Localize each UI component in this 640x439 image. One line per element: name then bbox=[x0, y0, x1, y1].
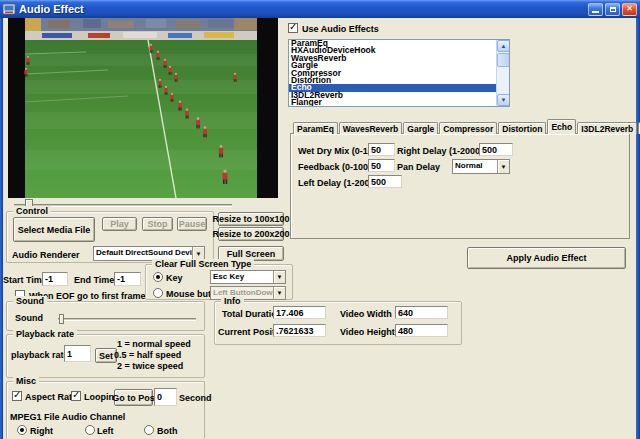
select-media-file-button[interactable]: Select Media File bbox=[13, 217, 95, 242]
second-label: Second bbox=[179, 393, 212, 403]
list-item[interactable]: WavesReverb bbox=[289, 55, 509, 62]
video-height-label: Video Height bbox=[340, 327, 395, 337]
channel-left-radio[interactable] bbox=[85, 425, 95, 435]
looping-checkbox[interactable] bbox=[71, 391, 81, 401]
chevron-down-icon[interactable]: ▼ bbox=[497, 160, 509, 173]
tab-wavesreverb[interactable]: WavesReverb bbox=[339, 122, 402, 134]
sound-group-label: Sound bbox=[13, 296, 47, 306]
effects-listbox[interactable]: ParamEq HXAudioDeviceHook WavesReverb Ga… bbox=[288, 39, 510, 107]
left-delay-input[interactable] bbox=[368, 175, 402, 188]
tab-echo[interactable]: Echo bbox=[547, 119, 576, 134]
window-title: Audio Effect bbox=[19, 3, 588, 15]
apply-audio-effect-button[interactable]: Apply Audio Effect bbox=[467, 247, 626, 269]
key-radio-label: Key bbox=[166, 273, 183, 283]
current-position-field[interactable] bbox=[273, 324, 326, 337]
volume-track[interactable] bbox=[58, 318, 196, 321]
video-width-field[interactable] bbox=[395, 306, 448, 319]
play-button[interactable]: Play bbox=[102, 217, 137, 231]
pause-button[interactable]: Pause bbox=[177, 217, 207, 231]
chevron-down-icon: ▼ bbox=[273, 287, 285, 299]
window-border-left bbox=[0, 18, 3, 439]
feedback-label: Feedback (0-100) bbox=[298, 162, 371, 172]
channel-left-label: Left bbox=[97, 426, 114, 436]
channel-right-radio[interactable] bbox=[17, 425, 27, 435]
playback-rate-input[interactable] bbox=[64, 345, 91, 362]
scroll-up-icon[interactable]: ▲ bbox=[497, 40, 510, 52]
maximize-button[interactable] bbox=[605, 3, 620, 16]
chevron-down-icon[interactable]: ▼ bbox=[273, 271, 285, 283]
use-audio-effects-label: Use Audio Effects bbox=[302, 24, 379, 34]
sound-label: Sound bbox=[15, 313, 43, 323]
list-item[interactable]: Flanger bbox=[289, 99, 509, 106]
tab-gargle[interactable]: Gargle bbox=[403, 122, 438, 134]
scroll-thumb[interactable] bbox=[497, 53, 510, 67]
resize-200-button[interactable]: Resize to 200x200 bbox=[218, 227, 284, 241]
playback-rate-group-label: Playback rate bbox=[13, 329, 77, 339]
window-border-right bbox=[636, 18, 640, 439]
go-to-pos-button[interactable]: Go to Pos bbox=[114, 389, 153, 406]
info-group-label: Info bbox=[221, 296, 244, 306]
scroll-down-icon[interactable]: ▼ bbox=[497, 94, 510, 106]
close-button[interactable]: ✕ bbox=[622, 3, 637, 16]
pan-delay-combo[interactable]: Normal ▼ bbox=[452, 159, 510, 174]
speed-hint-1: 1 = normal speed bbox=[117, 339, 191, 349]
clear-fullscreen-group-label: Clear Full Screen Type bbox=[152, 259, 254, 269]
title-bar[interactable]: Audio Effect ✕ bbox=[0, 0, 640, 18]
maximize-icon bbox=[610, 7, 616, 12]
window: Audio Effect ✕ bbox=[0, 0, 640, 439]
audio-channel-label: MPEG1 File Audio Channel bbox=[10, 412, 125, 422]
start-time-input[interactable] bbox=[42, 272, 68, 286]
key-radio[interactable] bbox=[153, 272, 163, 282]
speed-hint-2: 0.5 = half speed bbox=[114, 350, 181, 360]
speed-hint-3: 2 = twice speed bbox=[117, 361, 183, 371]
close-icon: ✕ bbox=[626, 5, 633, 13]
resize-100-button[interactable]: Resize to 100x100 bbox=[218, 212, 284, 226]
wet-dry-mix-input[interactable] bbox=[368, 143, 395, 156]
channel-both-radio[interactable] bbox=[144, 425, 154, 435]
minimize-button[interactable] bbox=[588, 3, 603, 16]
go-to-pos-input[interactable] bbox=[154, 388, 177, 406]
control-group-label: Control bbox=[13, 206, 51, 216]
aspect-ratio-checkbox[interactable] bbox=[12, 391, 22, 401]
left-delay-label: Left Delay (1-2000) bbox=[298, 178, 378, 188]
tab-distortion[interactable]: Distortion bbox=[498, 122, 546, 134]
minimize-icon bbox=[592, 11, 599, 13]
pan-delay-label: Pan Delay bbox=[397, 162, 440, 172]
list-item[interactable]: I3DL2Reverb bbox=[289, 92, 509, 99]
app-icon bbox=[3, 3, 15, 15]
video-width-label: Video Width bbox=[340, 309, 392, 319]
video-rugby-scene bbox=[8, 18, 278, 198]
feedback-input[interactable] bbox=[368, 159, 395, 172]
misc-group-label: Misc bbox=[13, 376, 39, 386]
effect-tabs: ParamEq WavesReverb Gargle Compressor Di… bbox=[293, 119, 640, 134]
right-delay-input[interactable] bbox=[479, 143, 513, 156]
total-duration-field[interactable] bbox=[273, 306, 326, 319]
esc-key-combo[interactable]: Esc Key ▼ bbox=[210, 270, 286, 284]
esc-key-value: Esc Key bbox=[211, 271, 273, 283]
video-height-field[interactable] bbox=[395, 324, 448, 337]
stop-button[interactable]: Stop bbox=[142, 217, 173, 231]
mouse-button-radio[interactable] bbox=[153, 288, 163, 298]
pan-delay-value: Normal bbox=[453, 160, 497, 173]
right-delay-label: Right Delay (1-2000) bbox=[397, 146, 483, 156]
video-frame bbox=[8, 18, 278, 198]
playback-rate-label: playback rate bbox=[11, 350, 69, 360]
channel-right-label: Right bbox=[30, 426, 53, 436]
listbox-scrollbar[interactable]: ▲ ▼ bbox=[496, 40, 509, 106]
audio-renderer-label: Audio Renderer bbox=[12, 250, 80, 260]
tab-i3dl2reverb[interactable]: I3DL2Reverb bbox=[577, 122, 637, 134]
list-item[interactable]: Distortion bbox=[289, 77, 509, 84]
tab-parameq[interactable]: ParamEq bbox=[293, 122, 338, 134]
volume-thumb[interactable] bbox=[59, 314, 64, 324]
tab-compressor[interactable]: Compressor bbox=[439, 122, 497, 134]
end-time-input[interactable] bbox=[114, 272, 141, 286]
use-audio-effects-checkbox[interactable] bbox=[288, 23, 298, 33]
channel-both-label: Both bbox=[157, 426, 178, 436]
